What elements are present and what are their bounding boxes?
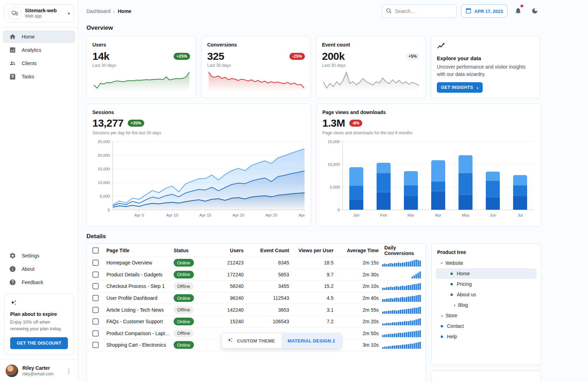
tree-item-contact[interactable]: Contact bbox=[436, 321, 537, 331]
row-checkbox[interactable] bbox=[92, 283, 99, 289]
table-row: Checkout Process - Step 1Offline58240345… bbox=[87, 281, 426, 292]
svg-text:Apr 5: Apr 5 bbox=[134, 213, 144, 217]
sidebar-item-analytics[interactable]: Analytics bbox=[3, 44, 75, 56]
svg-text:Apr 15: Apr 15 bbox=[200, 213, 211, 217]
product-tree-card: Product tree ›WebsiteHomePricingAbout us… bbox=[431, 243, 541, 365]
sidebar-item-tasks[interactable]: Tasks bbox=[3, 70, 75, 83]
row-checkbox[interactable] bbox=[92, 307, 99, 313]
tree-item-label: Pricing bbox=[457, 281, 472, 287]
pageviews-caption: Page views and downloads for the last 6 … bbox=[322, 130, 535, 135]
stat-sparkline bbox=[92, 69, 190, 92]
cell-event-count: 106543 bbox=[247, 319, 293, 324]
material-design-2-button[interactable]: MATERIAL DESIGN 2 bbox=[281, 333, 341, 348]
pageviews-title: Page views and downloads bbox=[322, 109, 535, 115]
date-picker-button[interactable]: APR 17, 2023 bbox=[461, 5, 507, 18]
cell-event-count: 8345 bbox=[247, 260, 293, 266]
cell-average-time: 2m 10s bbox=[337, 283, 382, 289]
daily-conversions-sparkline bbox=[382, 271, 426, 278]
stat-change-badge: +5% bbox=[406, 53, 420, 60]
svg-text:May: May bbox=[462, 213, 469, 217]
plan-expire-card: Plan about to expire Enjoy 10% off when … bbox=[4, 293, 74, 355]
sessions-chart: 05,00010,00015,00020,00025,000Apr 5Apr 1… bbox=[92, 138, 305, 224]
sidebar: Sitemark-web Web app ▾ HomeAnalyticsClie… bbox=[0, 0, 78, 382]
stat-caption: Last 30 days bbox=[207, 63, 305, 68]
tree-item-blog[interactable]: ›Blog bbox=[436, 300, 537, 310]
custom-theme-button[interactable]: CUSTOM THEME bbox=[222, 333, 281, 348]
app-name: Sitemark-web bbox=[25, 8, 57, 14]
stat-caption: Last 30 days bbox=[92, 63, 190, 68]
sessions-card: Sessions 13,277 +35% Sessions per day fo… bbox=[86, 104, 311, 227]
daily-conversions-sparkline bbox=[382, 282, 426, 290]
cell-average-time: 2m 30s bbox=[337, 272, 382, 277]
user-profile: Riley Carter riley@email.com ⋮ bbox=[0, 360, 78, 382]
user-name: Riley Carter bbox=[22, 365, 54, 371]
tree-item-about-us[interactable]: About us bbox=[436, 289, 537, 300]
tree-item-home[interactable]: Home bbox=[436, 268, 537, 279]
svg-text:15,000: 15,000 bbox=[98, 167, 110, 171]
stat-card-users: Users14k+25%Last 30 days bbox=[86, 36, 196, 98]
sparkle-icon bbox=[227, 337, 233, 345]
stat-sparkline bbox=[322, 69, 420, 92]
svg-text:Apr 20: Apr 20 bbox=[232, 213, 244, 217]
tasks-icon bbox=[9, 73, 16, 80]
tree-item-store[interactable]: ›Store bbox=[436, 310, 537, 321]
daily-conversions-sparkline bbox=[382, 330, 426, 337]
table-row: Product Details - GadgetsOnline172240565… bbox=[87, 269, 426, 281]
cell-average-time: 2m 15s bbox=[337, 260, 382, 266]
info-icon bbox=[9, 266, 16, 273]
stat-sparkline bbox=[207, 69, 305, 92]
chevron-right-icon: › bbox=[451, 302, 458, 308]
col-views-per-user: Views per User bbox=[293, 248, 337, 253]
col-event-count: Event Count bbox=[247, 248, 293, 253]
select-all-checkbox[interactable] bbox=[92, 247, 99, 254]
app-selector[interactable]: Sitemark-web Web app ▾ bbox=[4, 4, 74, 22]
tree-item-pricing[interactable]: Pricing bbox=[436, 279, 537, 289]
row-checkbox[interactable] bbox=[92, 330, 99, 337]
sidebar-item-label: Home bbox=[22, 34, 35, 40]
cell-views-per-user: 18.5 bbox=[293, 260, 337, 266]
row-checkbox[interactable] bbox=[92, 342, 99, 348]
breadcrumb-dashboard[interactable]: Dashboard bbox=[86, 8, 111, 14]
sidebar-item-home[interactable]: Home bbox=[3, 30, 75, 43]
sidebar-item-feedback[interactable]: Feedback bbox=[3, 276, 75, 289]
get-discount-button[interactable]: GET THE DISCOUNT bbox=[10, 337, 68, 349]
dark-mode-toggle[interactable] bbox=[528, 5, 541, 17]
tree-item-website[interactable]: ›Website bbox=[436, 258, 537, 268]
sidebar-item-about[interactable]: About bbox=[3, 263, 75, 275]
more-options-icon[interactable]: ⋮ bbox=[64, 366, 74, 376]
chevron-right-icon: › bbox=[477, 85, 478, 90]
bullet-icon bbox=[450, 293, 453, 296]
tree-item-help[interactable]: Help bbox=[436, 331, 537, 342]
moon-icon bbox=[531, 7, 538, 15]
sidebar-item-label: Analytics bbox=[22, 47, 41, 53]
svg-text:Jan: Jan bbox=[353, 213, 360, 217]
chevron-right-icon: › bbox=[439, 313, 446, 318]
svg-text:Feb: Feb bbox=[380, 213, 387, 217]
cell-page-title: Shopping Cart - Electronics bbox=[106, 342, 174, 348]
row-checkbox[interactable] bbox=[92, 271, 99, 278]
cell-views-per-user: 9.7 bbox=[293, 272, 337, 277]
help-icon bbox=[9, 279, 16, 286]
svg-text:15,000: 15,000 bbox=[328, 140, 340, 144]
table-row: User Profile DashboardOnline962401125434… bbox=[87, 292, 426, 304]
get-insights-button[interactable]: GET INSIGHTS› bbox=[437, 82, 483, 93]
devices-icon bbox=[8, 7, 21, 20]
notifications-button[interactable] bbox=[512, 5, 524, 17]
stat-title: Conversions bbox=[207, 42, 305, 48]
stat-value: 200k bbox=[322, 50, 345, 62]
cell-page-title: User Profile Dashboard bbox=[106, 295, 174, 301]
cell-event-count: 5653 bbox=[247, 272, 293, 277]
sidebar-item-settings[interactable]: Settings bbox=[3, 249, 75, 262]
tree-item-label: Contact bbox=[447, 323, 464, 329]
tree-item-label: Store bbox=[446, 313, 457, 318]
bullet-icon bbox=[450, 283, 453, 285]
chevron-down-icon: ▾ bbox=[68, 11, 70, 16]
row-checkbox[interactable] bbox=[92, 260, 99, 266]
search-input[interactable] bbox=[382, 5, 457, 18]
row-checkbox[interactable] bbox=[92, 318, 99, 325]
row-checkbox[interactable] bbox=[92, 295, 99, 301]
sidebar-item-clients[interactable]: Clients bbox=[3, 57, 75, 70]
sessions-title: Sessions bbox=[92, 109, 305, 115]
cell-average-time: 3m 10s bbox=[337, 342, 382, 348]
cell-users: 58240 bbox=[209, 283, 247, 289]
